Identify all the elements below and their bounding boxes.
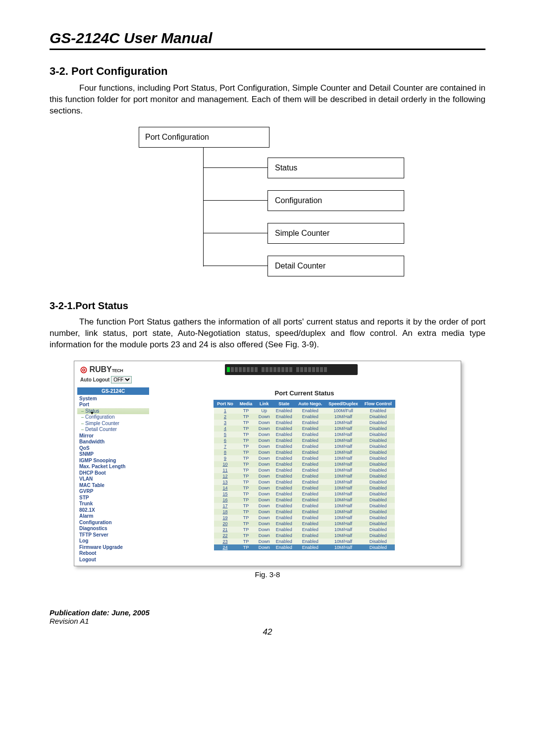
table-row: 2TPDownEnabledEnabled10M/HalfDisabled bbox=[214, 414, 395, 420]
table-cell: Disabled bbox=[361, 467, 395, 473]
table-cell: TP bbox=[236, 426, 256, 432]
section-heading: 3-2. Port Configuration bbox=[50, 65, 485, 78]
table-cell: 10M/Half bbox=[325, 414, 362, 420]
sidebar-item[interactable]: Bandwidth bbox=[77, 439, 149, 445]
port-link[interactable]: 11 bbox=[214, 467, 237, 473]
port-link[interactable]: 22 bbox=[214, 533, 237, 539]
table-cell: Down bbox=[256, 515, 273, 521]
table-header: Flow Control bbox=[361, 400, 395, 407]
table-cell: Down bbox=[256, 461, 273, 467]
table-cell: 10M/Half bbox=[325, 503, 362, 509]
port-link[interactable]: 19 bbox=[214, 515, 237, 521]
table-row: 15TPDownEnabledEnabled10M/HalfDisabled bbox=[214, 491, 395, 497]
table-cell: TP bbox=[236, 491, 256, 497]
table-cell: TP bbox=[236, 527, 256, 533]
table-cell: Enabled bbox=[295, 527, 325, 533]
port-link[interactable]: 3 bbox=[214, 420, 237, 426]
sidebar-item[interactable]: 802.1X bbox=[77, 507, 149, 514]
port-link[interactable]: 17 bbox=[214, 503, 237, 509]
port-link[interactable]: 14 bbox=[214, 485, 237, 491]
table-cell: Enabled bbox=[273, 533, 295, 539]
sidebar-item[interactable]: Detail Counter bbox=[77, 427, 149, 433]
sidebar-item[interactable]: Simple Counter bbox=[77, 421, 149, 427]
table-cell: TP bbox=[236, 521, 256, 527]
sidebar-item[interactable]: Configuration bbox=[77, 520, 149, 526]
table-cell: Down bbox=[256, 437, 273, 443]
table-cell: TP bbox=[236, 503, 256, 509]
sidebar-item[interactable]: Trunk bbox=[77, 501, 149, 507]
auto-logout-select[interactable]: OFF bbox=[111, 376, 132, 383]
table-row: 4TPDownEnabledEnabled10M/HalfDisabled bbox=[214, 426, 395, 432]
table-cell: Enabled bbox=[295, 485, 325, 491]
port-link[interactable]: 10 bbox=[214, 461, 237, 467]
sidebar-item[interactable]: System bbox=[77, 396, 149, 402]
table-cell: Disabled bbox=[361, 455, 395, 461]
sidebar-item[interactable]: VLAN bbox=[77, 476, 149, 483]
sidebar-item[interactable]: MAC Table bbox=[77, 483, 149, 489]
port-link[interactable]: 16 bbox=[214, 497, 237, 503]
table-cell: TP bbox=[236, 414, 256, 420]
port-link[interactable]: 1 bbox=[214, 407, 237, 414]
content-title: Port Current Status bbox=[151, 387, 458, 400]
sidebar-item[interactable]: TFTP Server bbox=[77, 532, 149, 539]
sidebar-item[interactable]: Port bbox=[77, 402, 149, 408]
port-link[interactable]: 13 bbox=[214, 479, 237, 485]
table-cell: Disabled bbox=[361, 503, 395, 509]
table-cell: Enabled bbox=[273, 515, 295, 521]
sidebar-item[interactable]: Status bbox=[77, 408, 149, 415]
port-link[interactable]: 18 bbox=[214, 509, 237, 515]
diagram-vline bbox=[203, 148, 204, 267]
table-cell: Enabled bbox=[295, 420, 325, 426]
port-link[interactable]: 7 bbox=[214, 443, 237, 449]
sidebar-item[interactable]: Firmware Upgrade bbox=[77, 544, 149, 551]
port-link[interactable]: 23 bbox=[214, 539, 237, 544]
port-link[interactable]: 2 bbox=[214, 414, 237, 420]
table-cell: 10M/Half bbox=[325, 479, 362, 485]
sidebar-item[interactable]: Configuration bbox=[77, 414, 149, 421]
table-cell: Enabled bbox=[295, 497, 325, 503]
sidebar-item[interactable]: Logout bbox=[77, 557, 149, 563]
sidebar-item[interactable]: GVRP bbox=[77, 488, 149, 495]
table-cell: Enabled bbox=[273, 467, 295, 473]
sidebar-item[interactable]: QoS bbox=[77, 445, 149, 452]
table-cell: Down bbox=[256, 491, 273, 497]
sidebar-item[interactable]: Reboot bbox=[77, 550, 149, 557]
table-cell: TP bbox=[236, 473, 256, 479]
table-cell: TP bbox=[236, 515, 256, 521]
table-cell: Enabled bbox=[273, 437, 295, 443]
sidebar-item[interactable]: Log bbox=[77, 538, 149, 544]
port-link[interactable]: 20 bbox=[214, 521, 237, 527]
port-link[interactable]: 9 bbox=[214, 455, 237, 461]
table-cell: Down bbox=[256, 527, 273, 533]
sidebar-item[interactable]: Max. Packet Length bbox=[77, 464, 149, 470]
table-cell: Down bbox=[256, 414, 273, 420]
ruby-logo: ◎ RUBYTECH bbox=[80, 365, 123, 374]
port-link[interactable]: 24 bbox=[214, 544, 237, 550]
sidebar-item[interactable]: STP bbox=[77, 495, 149, 501]
port-link[interactable]: 12 bbox=[214, 473, 237, 479]
sidebar-item[interactable]: Diagnostics bbox=[77, 526, 149, 532]
port-link[interactable]: 5 bbox=[214, 432, 237, 437]
table-cell: Enabled bbox=[295, 533, 325, 539]
sidebar-item[interactable]: IGMP Snooping bbox=[77, 458, 149, 464]
sidebar-item[interactable]: DHCP Boot bbox=[77, 470, 149, 477]
port-link[interactable]: 4 bbox=[214, 426, 237, 432]
table-row: 19TPDownEnabledEnabled10M/HalfDisabled bbox=[214, 515, 395, 521]
table-cell: TP bbox=[236, 533, 256, 539]
table-cell: Disabled bbox=[361, 521, 395, 527]
table-row: 8TPDownEnabledEnabled10M/HalfDisabled bbox=[214, 449, 395, 455]
sidebar-item[interactable]: Mirror bbox=[77, 433, 149, 439]
table-cell: Enabled bbox=[295, 449, 325, 455]
table-cell: TP bbox=[236, 449, 256, 455]
table-cell: TP bbox=[236, 467, 256, 473]
table-cell: Disabled bbox=[361, 449, 395, 455]
port-link[interactable]: 8 bbox=[214, 449, 237, 455]
table-cell: Enabled bbox=[295, 539, 325, 544]
subsection-heading: 3-2-1.Port Status bbox=[50, 300, 485, 312]
port-link[interactable]: 15 bbox=[214, 491, 237, 497]
port-link[interactable]: 6 bbox=[214, 437, 237, 443]
diagram-item: Simple Counter bbox=[268, 223, 404, 244]
sidebar-item[interactable]: Alarm bbox=[77, 513, 149, 520]
sidebar-item[interactable]: SNMP bbox=[77, 451, 149, 458]
port-link[interactable]: 21 bbox=[214, 527, 237, 533]
